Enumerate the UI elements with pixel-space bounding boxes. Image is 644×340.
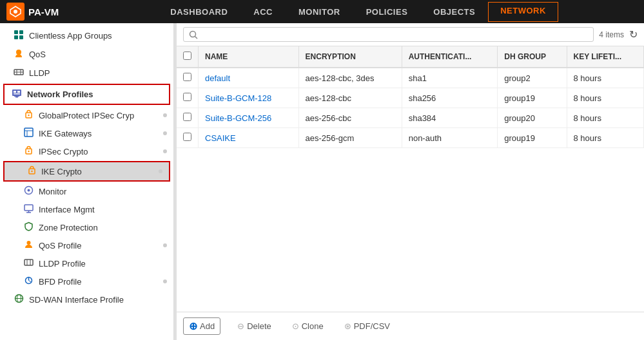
ike-crypto-icon: [27, 165, 37, 177]
table-row: Suite-B-GCM-256 aes-256-cbc sha384 group…: [177, 108, 644, 128]
sidebar-label-network-profiles: Network Profiles: [27, 90, 93, 99]
add-icon: ⊕: [189, 320, 197, 332]
table-row: default aes-128-cbc, 3des sha1 group2 8 …: [177, 68, 644, 88]
sidebar-label-qos-profile: QoS Profile: [39, 241, 81, 250]
sdwan-icon: [13, 294, 24, 305]
row-name: CSAIKE: [199, 128, 299, 148]
clone-button[interactable]: ⊙ Clone: [288, 319, 327, 333]
svg-point-1: [14, 10, 17, 14]
svg-rect-11: [12, 90, 21, 96]
content-panel: 4 items ↻ NAME ENCRYPTION AUTHENTICATI..…: [177, 23, 644, 340]
sidebar-item-lldp[interactable]: LLDP: [0, 64, 173, 82]
nav-item-monitor[interactable]: MONITOR: [286, 2, 353, 22]
sidebar-item-ike-gateways[interactable]: IKE Gateways: [0, 124, 173, 142]
sidebar-item-ike-crypto[interactable]: IKE Crypto: [3, 161, 170, 182]
row-name-link[interactable]: Suite-B-GCM-128: [205, 93, 271, 103]
row-authentication: non-auth: [402, 128, 498, 148]
col-name: NAME: [199, 46, 299, 68]
sidebar-item-monitor-profile[interactable]: Monitor: [0, 182, 173, 200]
sidebar-item-network-profiles[interactable]: Network Profiles: [3, 84, 170, 105]
row-name-link[interactable]: Suite-B-GCM-256: [205, 113, 271, 123]
sidebar-label-qos: QoS: [29, 50, 46, 59]
sidebar-label-interface-mgmt: Interface Mgmt: [39, 205, 95, 214]
monitor-icon: [23, 185, 34, 197]
sidebar-label-ike-gateways: IKE Gateways: [39, 129, 92, 138]
sidebar-item-lldp-profile[interactable]: LLDP Profile: [0, 254, 173, 272]
row-checkbox[interactable]: [177, 128, 199, 148]
logo: PA-VM: [6, 3, 59, 21]
sidebar-label-lldp-profile: LLDP Profile: [39, 259, 86, 269]
sidebar-item-interface-mgmt[interactable]: Interface Mgmt: [0, 200, 173, 218]
nav-item-acc[interactable]: ACC: [240, 2, 286, 22]
sidebar-label-globalprotect: GlobalProtect IPSec Cryp: [39, 111, 134, 120]
sidebar-label-sdwan: SD-WAN Interface Profile: [29, 295, 124, 305]
sidebar-item-ipsec-crypto[interactable]: IPSec Crypto: [0, 142, 173, 160]
sidebar-item-bfd-profile[interactable]: BFD Profile: [0, 272, 173, 290]
row-dh-group: group19: [498, 128, 567, 148]
row-authentication: sha256: [402, 88, 498, 108]
search-box[interactable]: [183, 27, 594, 42]
add-button[interactable]: ⊕ Add: [183, 317, 220, 335]
svg-rect-19: [24, 128, 33, 137]
row-dh-group: group2: [498, 68, 567, 88]
nav-items: DASHBOARD ACC MONITOR POLICIES OBJECTS N…: [78, 2, 638, 22]
row-key-lifetime: 8 hours: [567, 108, 643, 128]
pdf-csv-button[interactable]: ⊛ PDF/CSV: [340, 319, 394, 333]
sidebar-label-ipsec-crypto: IPSec Crypto: [39, 147, 88, 156]
row-encryption: aes-256-gcm: [298, 128, 402, 148]
sidebar-item-sdwan[interactable]: SD-WAN Interface Profile: [0, 290, 173, 308]
sidebar-label-clientless-app-groups: Clientless App Groups: [29, 31, 112, 41]
row-dh-group: group19: [498, 88, 567, 108]
lldp-icon: [13, 67, 24, 79]
ike-crypto-dot: [159, 169, 162, 173]
row-checkbox[interactable]: [177, 108, 199, 128]
sidebar-item-clientless-app-groups[interactable]: Clientless App Groups: [0, 26, 173, 45]
globalprotect-dot: [163, 113, 167, 117]
select-all-checkbox[interactable]: [183, 52, 191, 60]
row-name: Suite-B-GCM-128: [199, 88, 299, 108]
svg-point-31: [26, 241, 30, 245]
logo-text: PA-VM: [28, 6, 59, 17]
row-encryption: aes-256-cbc: [298, 108, 402, 128]
nav-item-objects[interactable]: OBJECTS: [420, 2, 488, 22]
nav-item-dashboard[interactable]: DASHBOARD: [157, 2, 240, 22]
content-toolbar: 4 items ↻: [177, 23, 644, 46]
refresh-button[interactable]: ↻: [629, 28, 638, 41]
row-select-checkbox[interactable]: [183, 113, 191, 121]
svg-rect-3: [19, 30, 23, 34]
delete-label: Delete: [247, 321, 271, 331]
row-key-lifetime: 8 hours: [567, 68, 643, 88]
row-select-checkbox[interactable]: [183, 73, 191, 81]
sidebar-item-qos-profile[interactable]: QoS Profile: [0, 236, 173, 254]
row-select-checkbox[interactable]: [183, 93, 191, 101]
add-label: Add: [200, 321, 215, 331]
row-select-checkbox[interactable]: [183, 133, 191, 141]
sidebar-item-globalprotect-ipsec-crypto[interactable]: GlobalProtect IPSec Cryp: [0, 106, 173, 124]
row-authentication: sha384: [402, 108, 498, 128]
row-name-link[interactable]: CSAIKE: [205, 133, 236, 143]
network-profiles-icon: [11, 88, 23, 100]
nav-item-policies[interactable]: POLICIES: [353, 2, 421, 22]
sidebar-label-ike-crypto: IKE Crypto: [41, 167, 82, 176]
svg-line-42: [195, 36, 198, 39]
svg-rect-32: [24, 260, 33, 265]
row-name-link[interactable]: default: [205, 73, 230, 83]
sidebar-item-qos[interactable]: QoS: [0, 45, 173, 64]
ipsec-crypto-dot: [163, 149, 167, 153]
col-encryption: ENCRYPTION: [298, 46, 402, 68]
nav-item-network[interactable]: NETWORK: [488, 2, 558, 22]
sidebar-label-monitor: Monitor: [39, 187, 66, 196]
qos-profile-dot: [163, 243, 167, 247]
row-checkbox[interactable]: [177, 88, 199, 108]
main-content: Clientless App Groups QoS LLDP: [0, 23, 644, 340]
zone-protection-icon: [23, 222, 34, 233]
row-key-lifetime: 8 hours: [567, 128, 643, 148]
sidebar-item-zone-protection[interactable]: Zone Protection: [0, 218, 173, 236]
delete-button[interactable]: ⊖ Delete: [233, 319, 275, 333]
table-header-row: NAME ENCRYPTION AUTHENTICATI... DH GROUP…: [177, 46, 644, 68]
ipsec-crypto-icon: [23, 146, 34, 157]
row-checkbox[interactable]: [177, 68, 199, 88]
item-count: 4 items: [599, 30, 624, 39]
search-input[interactable]: [201, 30, 588, 39]
bfd-profile-dot: [163, 279, 167, 283]
